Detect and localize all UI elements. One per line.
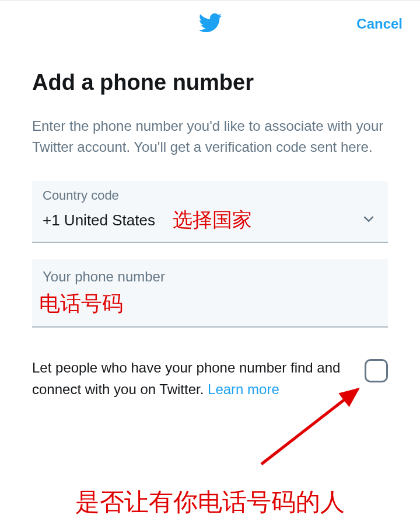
phone-input[interactable]: Your phone number 电话号码 [32, 259, 388, 328]
country-code-value: +1 United States [43, 211, 155, 229]
phone-input-label: Your phone number [43, 269, 377, 285]
svg-line-1 [261, 389, 358, 464]
header: Cancel [0, 0, 420, 47]
consent-text-body: Let people who have your phone number fi… [32, 360, 340, 397]
twitter-logo-icon [198, 11, 222, 37]
country-code-select[interactable]: Country code +1 United States 选择国家 [32, 181, 388, 243]
page-title: Add a phone number [32, 70, 388, 95]
chevron-down-icon [360, 210, 377, 230]
description-text: Enter the phone number you'd like to ass… [32, 116, 388, 158]
cancel-button[interactable]: Cancel [356, 16, 402, 32]
main-content: Add a phone number Enter the phone numbe… [0, 47, 420, 400]
consent-text: Let people who have your phone number fi… [32, 357, 353, 400]
annotation-country: 选择国家 [173, 207, 252, 234]
country-code-label: Country code [43, 188, 377, 203]
consent-checkbox[interactable] [365, 359, 388, 382]
annotation-bottom: 是否让有你电话号码的人 [0, 486, 420, 518]
annotation-phone: 电话号码 [39, 290, 377, 318]
learn-more-link[interactable]: Learn more [208, 381, 279, 397]
consent-row: Let people who have your phone number fi… [32, 357, 388, 400]
